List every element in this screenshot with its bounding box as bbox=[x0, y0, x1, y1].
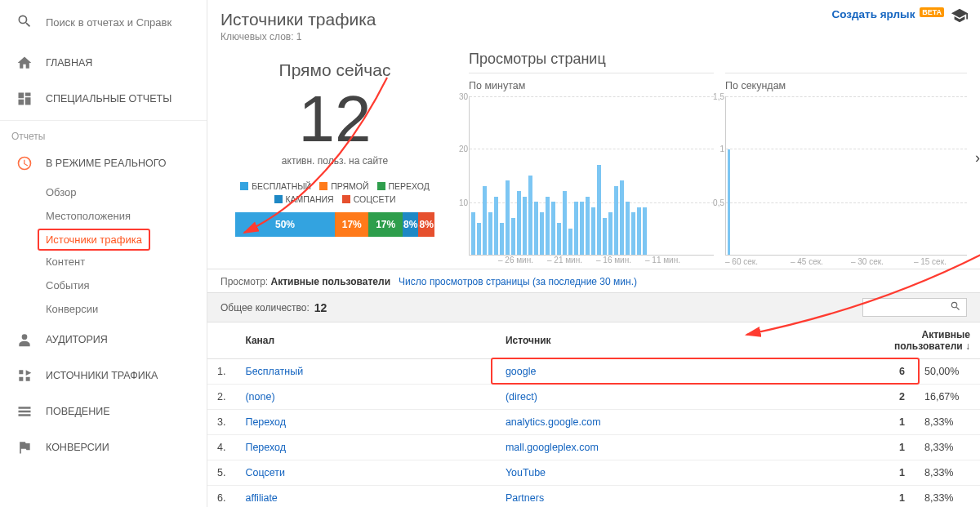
row-channel[interactable]: Переход bbox=[245, 416, 286, 428]
row-index: 3. bbox=[207, 410, 235, 435]
search-input[interactable] bbox=[46, 16, 176, 29]
sidebar-section-reports: Отчеты bbox=[0, 124, 207, 145]
view-active: Активные пользователи bbox=[270, 276, 390, 287]
row-channel[interactable]: Бесплатный bbox=[245, 366, 303, 377]
table-row[interactable]: 4.Переходmall.googleplex.com18,33% bbox=[207, 435, 980, 460]
graduation-cap-icon[interactable] bbox=[951, 7, 969, 27]
per-minutes-chart: 30 20 10 bbox=[469, 96, 714, 256]
row-channel[interactable]: Переход bbox=[245, 442, 286, 453]
row-count: 1 bbox=[882, 460, 915, 486]
row-source[interactable]: (direct) bbox=[506, 391, 537, 402]
active-users-sub: активн. польз. на сайте bbox=[220, 155, 449, 167]
create-shortcut-link[interactable]: Создать ярлык BETA bbox=[831, 8, 944, 20]
row-count: 1 bbox=[882, 486, 915, 508]
sidebar-conversions-label: КОНВЕРСИИ bbox=[46, 442, 109, 453]
table-row[interactable]: 3.Переходanalytics.google.com18,33% bbox=[207, 410, 980, 435]
row-index: 1. bbox=[207, 359, 235, 385]
row-count: 1 bbox=[882, 435, 915, 460]
row-percent: 8,33% bbox=[915, 460, 980, 486]
sidebar-realtime-label: В РЕЖИМЕ РЕАЛЬНОГО bbox=[46, 158, 166, 169]
table-search[interactable] bbox=[862, 298, 967, 317]
sidebar-special-label: СПЕЦИАЛЬНЫЕ ОТЧЕТЫ bbox=[46, 93, 172, 105]
table-row[interactable]: 5.СоцсетиYouTube18,33% bbox=[207, 460, 980, 486]
row-channel[interactable]: affiliate bbox=[245, 492, 277, 504]
sidebar-special-reports[interactable]: СПЕЦИАЛЬНЫЕ ОТЧЕТЫ bbox=[0, 81, 207, 117]
right-now-title: Прямо сейчас bbox=[220, 60, 449, 80]
row-channel[interactable]: Соцсети bbox=[245, 467, 285, 478]
row-source[interactable]: Partners bbox=[506, 492, 544, 504]
subnav-events[interactable]: События bbox=[46, 274, 207, 298]
row-source[interactable]: analytics.google.com bbox=[506, 416, 601, 428]
subnav-traffic-sources[interactable]: Источники трафика bbox=[38, 229, 150, 251]
row-percent: 50,00% bbox=[915, 359, 980, 385]
sidebar-home[interactable]: ГЛАВНАЯ bbox=[0, 45, 207, 81]
view-link-30min[interactable]: Число просмотров страницы (за последние … bbox=[399, 276, 637, 287]
clock-icon bbox=[16, 155, 33, 171]
subnav-content[interactable]: Контент bbox=[46, 251, 207, 274]
row-index: 5. bbox=[207, 460, 235, 486]
row-index: 4. bbox=[207, 435, 235, 460]
col-active-users[interactable]: Активные пользователи ↓ bbox=[882, 322, 980, 359]
row-percent: 8,33% bbox=[915, 410, 980, 435]
dashboard-icon bbox=[16, 91, 33, 107]
traffic-legend: БЕСПЛАТНЫЙ ПРЯМОЙ ПЕРЕХОД КАМПАНИЯ СОЦСЕ… bbox=[220, 181, 449, 211]
per-seconds-label: По секундам bbox=[725, 73, 967, 96]
page-subtitle: Ключевых слов: 1 bbox=[220, 31, 967, 42]
subnav-conversions[interactable]: Конверсии bbox=[46, 298, 207, 322]
sidebar-home-label: ГЛАВНАЯ bbox=[46, 57, 92, 69]
per-minutes-label: По минутам bbox=[469, 73, 714, 96]
person-icon bbox=[16, 331, 33, 348]
sidebar-behavior[interactable]: ПОВЕДЕНИЕ bbox=[0, 394, 207, 429]
traffic-stack-bar: 50% 17% 17% 8% 8% bbox=[235, 212, 434, 237]
subnav-locations[interactable]: Местоположения bbox=[46, 205, 207, 229]
col-channel[interactable]: Канал bbox=[235, 322, 495, 359]
flag-icon bbox=[16, 439, 33, 456]
search-icon bbox=[16, 13, 33, 32]
active-users-count: 12 bbox=[220, 83, 449, 155]
sidebar-audience-label: АУДИТОРИЯ bbox=[46, 334, 108, 345]
total-value: 12 bbox=[314, 301, 327, 314]
row-percent: 8,33% bbox=[915, 486, 980, 508]
sidebar-conversions[interactable]: КОНВЕРСИИ bbox=[0, 429, 207, 465]
row-index: 2. bbox=[207, 385, 235, 410]
scroll-right-arrow[interactable]: › bbox=[975, 149, 980, 166]
sidebar-behavior-label: ПОВЕДЕНИЕ bbox=[46, 406, 110, 417]
table-row[interactable]: 6.affiliatePartners18,33% bbox=[207, 486, 980, 508]
search-icon bbox=[950, 300, 961, 314]
sidebar-acquisition-label: ИСТОЧНИКИ ТРАФИКА bbox=[46, 370, 158, 381]
traffic-table: Канал Источник Активные пользователи ↓ 1… bbox=[207, 322, 980, 507]
table-search-input[interactable] bbox=[868, 301, 950, 314]
beta-badge: BETA bbox=[920, 7, 944, 17]
row-index: 6. bbox=[207, 486, 235, 508]
pageviews-title: Просмотры страниц bbox=[469, 51, 967, 68]
row-percent: 16,67% bbox=[915, 385, 980, 410]
row-source[interactable]: mall.googleplex.com bbox=[506, 442, 599, 453]
per-seconds-chart: 1,5 1 0,5 bbox=[725, 96, 967, 256]
list-icon bbox=[16, 403, 33, 420]
row-channel[interactable]: (none) bbox=[245, 391, 274, 402]
sidebar-acquisition[interactable]: ИСТОЧНИКИ ТРАФИКА bbox=[0, 358, 207, 394]
sidebar-realtime[interactable]: В РЕЖИМЕ РЕАЛЬНОГО bbox=[0, 145, 207, 181]
subnav-overview[interactable]: Обзор bbox=[46, 181, 207, 205]
table-row[interactable]: 2.(none)(direct)216,67% bbox=[207, 385, 980, 410]
row-source[interactable]: YouTube bbox=[506, 467, 546, 478]
total-label: Общее количество: bbox=[220, 302, 310, 314]
row-count: 2 bbox=[882, 385, 915, 410]
col-source[interactable]: Источник bbox=[496, 322, 882, 359]
row-percent: 8,33% bbox=[915, 435, 980, 460]
sidebar-audience[interactable]: АУДИТОРИЯ bbox=[0, 322, 207, 358]
home-icon bbox=[16, 55, 33, 71]
share-icon bbox=[16, 367, 33, 384]
row-count: 1 bbox=[882, 410, 915, 435]
view-label: Просмотр: bbox=[220, 276, 268, 287]
